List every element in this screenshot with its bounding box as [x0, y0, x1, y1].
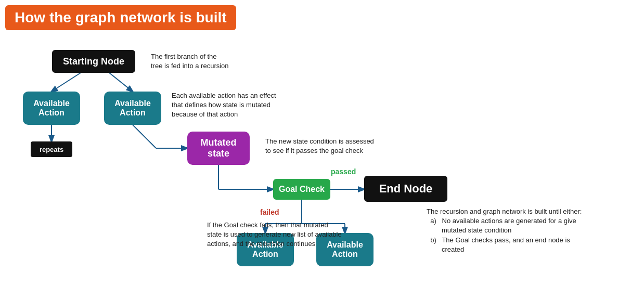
goal-check-node: Goal Check [273, 179, 330, 200]
failed-label: failed [260, 208, 279, 216]
svg-line-1 [109, 73, 133, 92]
available-action-top-right: AvailableAction [104, 92, 161, 125]
end-node: End Node [364, 176, 447, 202]
annotation-bottom: If the Goal check fails, then that mutat… [207, 221, 368, 249]
annotation-action: Each available action has an effectthat … [172, 91, 297, 120]
passed-label: passed [331, 167, 356, 176]
starting-node: Starting Node [52, 50, 135, 73]
annotation-starting: The first branch of thetree is fed into … [151, 52, 265, 71]
annotation-recursion: The recursion and graph network is built… [427, 207, 629, 254]
available-action-top-left: AvailableAction [23, 92, 80, 125]
annotation-mutated: The new state condition is assessedto se… [265, 137, 395, 156]
svg-line-3 [133, 125, 156, 148]
mutated-state-node: Mutatedstate [187, 132, 250, 165]
svg-line-0 [51, 73, 81, 92]
repeats-label: repeats [31, 141, 72, 157]
main-title: How the graph network is built [5, 5, 236, 30]
